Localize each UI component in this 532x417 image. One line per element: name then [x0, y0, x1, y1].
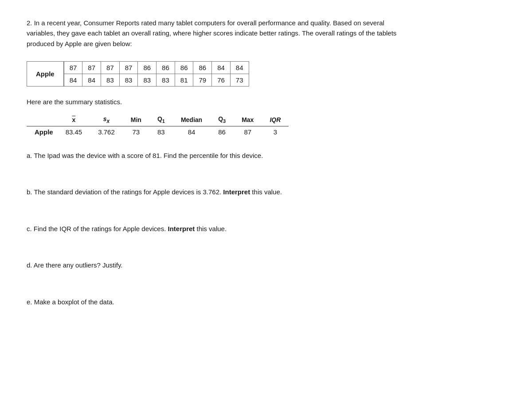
part-d: d. Are there any outliers? Justify.: [27, 260, 505, 271]
r2c10: 73: [230, 74, 249, 86]
r2c3: 83: [101, 74, 120, 86]
summary-q3: 86: [210, 126, 234, 138]
summary-statistics-table: x sx Min Q1 Median Q3 Max IQR Apple 83.4…: [27, 114, 289, 138]
part-d-text: Are there any outliers? Justify.: [34, 261, 123, 269]
r2c8: 79: [193, 74, 212, 86]
r1c4: 87: [119, 61, 138, 74]
r2c6: 83: [156, 74, 175, 86]
part-c-label: c.: [27, 225, 32, 232]
header-max: Max: [234, 114, 262, 126]
summary-sx: 3.762: [90, 126, 123, 138]
part-e: e. Make a boxplot of the data.: [27, 297, 505, 307]
part-b-bold: Interpret: [223, 188, 250, 196]
question-text: 2. In a recent year, Consumer Reports ra…: [27, 18, 408, 49]
r1c6: 86: [156, 61, 175, 74]
header-iqr: IQR: [262, 114, 289, 126]
part-e-label: e.: [27, 298, 32, 306]
summary-max: 87: [234, 126, 262, 138]
part-c-text-before: Find the IQR of the ratings for Apple de…: [34, 225, 168, 232]
r1c5: 86: [138, 61, 156, 74]
r1c9: 84: [212, 61, 231, 74]
r1c1: 87: [64, 61, 82, 74]
part-d-label: d.: [27, 261, 32, 269]
summary-q1: 83: [149, 126, 173, 138]
header-median: Median: [173, 114, 210, 126]
r2c1: 84: [64, 74, 82, 86]
header-q3: Q3: [210, 114, 234, 126]
r1c10: 84: [230, 61, 249, 74]
part-a-text: The Ipad was the device with a score of …: [34, 152, 263, 159]
r1c3: 87: [101, 61, 120, 74]
part-b-text-before: The standard deviation of the ratings fo…: [34, 188, 223, 196]
ratings-data-table: Apple 87 87 87 87 86 86 86 86 84 84 84 8…: [27, 61, 249, 87]
summary-apple-row: Apple 83.45 3.762 73 83 84 86 87 3: [27, 126, 289, 138]
r2c7: 81: [175, 74, 193, 86]
r2c2: 84: [82, 74, 101, 86]
part-a: a. The Ipad was the device with a score …: [27, 151, 505, 161]
summary-iqr: 3: [262, 126, 289, 138]
r2c4: 83: [119, 74, 138, 86]
header-min: Min: [123, 114, 149, 126]
part-b-text-after: this value.: [250, 188, 282, 196]
part-c-text-after: this value.: [195, 225, 227, 232]
part-e-text: Make a boxplot of the data.: [34, 298, 114, 306]
table-row-1: Apple 87 87 87 87 86 86 86 86 84 84: [27, 61, 249, 74]
summary-header-row: x sx Min Q1 Median Q3 Max IQR: [27, 114, 289, 126]
summary-xbar: 83.45: [58, 126, 90, 138]
r1c7: 86: [175, 61, 193, 74]
brand-label-apple: Apple: [27, 61, 64, 86]
part-a-label: a.: [27, 152, 32, 159]
r2c5: 83: [138, 74, 156, 86]
empty-header: [27, 114, 58, 126]
part-b-label: b.: [27, 188, 32, 196]
question-body: In a recent year, Consumer Reports rated…: [27, 19, 396, 47]
header-xbar: x: [58, 114, 90, 126]
r2c9: 76: [212, 74, 231, 86]
summary-brand-label: Apple: [27, 126, 58, 138]
r1c2: 87: [82, 61, 101, 74]
r1c8: 86: [193, 61, 212, 74]
parts-section: a. The Ipad was the device with a score …: [27, 151, 505, 307]
question-number: 2.: [27, 19, 32, 27]
part-c: c. Find the IQR of the ratings for Apple…: [27, 224, 505, 234]
header-sx: sx: [90, 114, 123, 126]
summary-intro: Here are the summary statistics.: [27, 98, 505, 106]
part-b: b. The standard deviation of the ratings…: [27, 187, 505, 197]
summary-min: 73: [123, 126, 149, 138]
part-c-bold: Interpret: [168, 225, 195, 232]
summary-median: 84: [173, 126, 210, 138]
header-q1: Q1: [149, 114, 173, 126]
